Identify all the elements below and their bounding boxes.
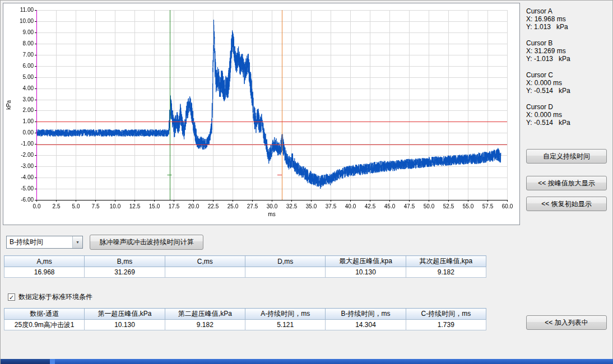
- cursor-table-header-cell: C,ms: [165, 256, 245, 267]
- cursor-table-data-cell: 9.182: [406, 267, 486, 278]
- add-to-list-button[interactable]: << 加入列表中: [526, 315, 607, 330]
- result-table-header-cell: B-持续时间，ms: [326, 309, 406, 320]
- cursor-readout-y: Y: -0.514 kPa: [526, 87, 611, 95]
- cursor-info-panel: Cursor AX: 16.968 msY: 1.013 kPaCursor B…: [526, 7, 611, 135]
- cursor-readout-title: Cursor D: [526, 103, 611, 111]
- cursor-readout-title: Cursor A: [526, 7, 611, 15]
- duration-type-value: B-持续时间: [7, 237, 72, 247]
- calc-duration-button[interactable]: 脉冲噪声或冲击波持续时间计算: [90, 235, 203, 250]
- duration-type-select[interactable]: B-持续时间 ▾: [6, 236, 83, 249]
- cursor-table-data-row[interactable]: 16.96831.26910.1309.182: [4, 267, 486, 278]
- cursor-table-header-cell: A,ms: [4, 256, 85, 267]
- cursor-table-data-cell: [165, 267, 245, 278]
- result-table-data-cell: 9.182: [165, 320, 245, 330]
- cursor-readout-x: X: 16.968 ms: [526, 15, 611, 23]
- result-table-header-row: 数据-通道第一超压峰值,kPa第二超压峰值,kPaA-持续时间，msB-持续时间…: [4, 309, 486, 320]
- cursor-readout: Cursor DX: 0.000 msY: -0.514 kPa: [526, 103, 611, 127]
- result-table-data-cell: 5.121: [245, 320, 325, 330]
- cursor-readout-x: X: 0.000 ms: [526, 111, 611, 119]
- chevron-down-icon[interactable]: ▾: [72, 236, 82, 248]
- cursor-table-header-cell: 最大超压峰值,kpa: [326, 256, 406, 267]
- custom-duration-button[interactable]: 自定义持续时间: [526, 149, 607, 164]
- result-table-data-cell: 14.304: [326, 320, 406, 330]
- waveform-chart-panel: [3, 3, 520, 225]
- cursor-table-header-cell: D,ms: [245, 256, 325, 267]
- waveform-chart[interactable]: [3, 3, 519, 225]
- cursor-readout-title: Cursor C: [526, 71, 611, 79]
- cursor-table-header-row: A,msB,msC,msD,ms最大超压峰值,kpa其次超压峰值,kpa: [4, 256, 486, 267]
- cursor-table-header-cell: B,ms: [85, 256, 165, 267]
- taskbar-divider: [50, 359, 55, 364]
- checkbox-label: 数据定标于标准环境条件: [18, 292, 92, 302]
- cursor-table-data-cell: 10.130: [326, 267, 406, 278]
- result-table-header-cell: 数据-通道: [4, 309, 85, 320]
- result-table-header-cell: C-持续时间，ms: [406, 309, 486, 320]
- cursor-readout-x: X: 0.000 ms: [526, 79, 611, 87]
- result-table-data-cell: 10.130: [85, 320, 165, 330]
- zoom-to-peak-button[interactable]: << 按峰值放大显示: [526, 176, 607, 190]
- taskbar[interactable]: [1, 359, 613, 364]
- cursor-readout-y: Y: 1.013 kPa: [526, 23, 611, 31]
- cursor-readout-x: X: 31.269 ms: [526, 47, 611, 55]
- cursor-values-table: A,msB,msC,msD,ms最大超压峰值,kpa其次超压峰值,kpa16.9…: [4, 255, 486, 278]
- standard-env-checkbox-row[interactable]: ✓ 数据定标于标准环境条件: [8, 292, 92, 302]
- app-window: Cursor AX: 16.968 msY: 1.013 kPaCursor B…: [0, 0, 613, 364]
- cursor-readout-y: Y: -1.013 kPa: [526, 55, 611, 63]
- result-table-data-cell: 25度0.9m高冲击波1: [4, 320, 85, 330]
- cursor-readout-title: Cursor B: [526, 39, 611, 47]
- result-table-data-cell: 1.739: [406, 320, 486, 330]
- result-table-data-row[interactable]: 25度0.9m高冲击波110.1309.1825.12114.3041.739: [4, 320, 486, 330]
- cursor-readout: Cursor AX: 16.968 msY: 1.013 kPa: [526, 7, 611, 31]
- cursor-readout: Cursor CX: 0.000 msY: -0.514 kPa: [526, 71, 611, 95]
- result-table-header-cell: 第一超压峰值,kPa: [85, 309, 165, 320]
- cursor-table-data-cell: [245, 267, 325, 278]
- result-table-header-cell: A-持续时间，ms: [245, 309, 325, 320]
- cursor-readout-y: Y: -0.514 kPa: [526, 119, 611, 127]
- cursor-table-header-cell: 其次超压峰值,kpa: [406, 256, 486, 267]
- cursor-readout: Cursor BX: 31.269 msY: -1.013 kPa: [526, 39, 611, 63]
- restore-initial-view-button[interactable]: << 恢复初始显示: [526, 197, 607, 211]
- taskbar-start-segment[interactable]: [1, 359, 50, 364]
- result-table: 数据-通道第一超压峰值,kPa第二超压峰值,kPaA-持续时间，msB-持续时间…: [4, 308, 486, 330]
- result-table-header-cell: 第二超压峰值,kPa: [165, 309, 245, 320]
- cursor-table-data-cell: 16.968: [4, 267, 85, 278]
- cursor-table-data-cell: 31.269: [85, 267, 165, 278]
- checkbox-checked-icon[interactable]: ✓: [8, 293, 15, 301]
